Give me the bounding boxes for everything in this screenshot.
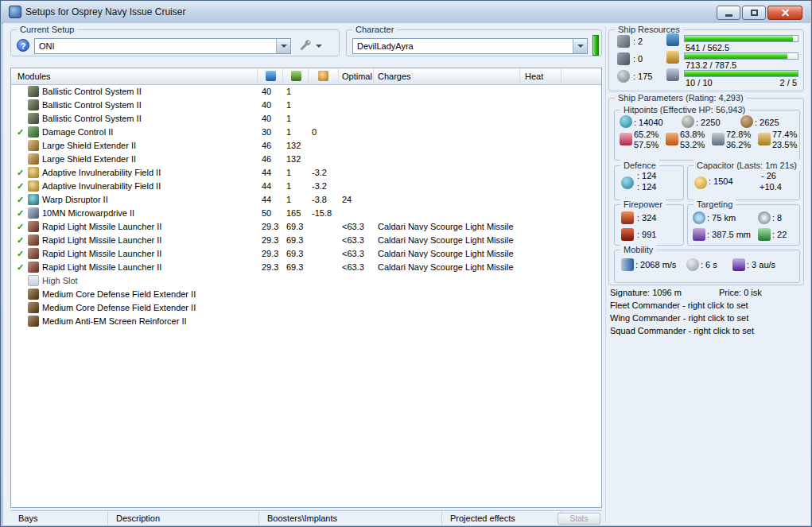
column-charges[interactable]: Charges: [374, 68, 520, 84]
rig-module-icon: [28, 289, 39, 300]
close-button[interactable]: [767, 6, 802, 20]
align-time-value: : 6 s: [701, 260, 717, 270]
em-resist: 65.2%57.5%: [620, 130, 666, 152]
warp-speed-value: : 3 au/s: [747, 260, 775, 270]
fleet-commander-setter[interactable]: Fleet Commander - right click to set: [610, 300, 748, 311]
kinetic-resist-icon: [712, 133, 725, 145]
tab-boosters-implants[interactable]: Boosters\Implants: [259, 511, 442, 526]
column-optimal[interactable]: Optimal: [339, 68, 374, 84]
launcher-module-icon: [28, 221, 39, 232]
sensor-strength-icon: [758, 228, 771, 241]
armor-resist-value: 23.5%: [772, 140, 797, 150]
setup-menu-button[interactable]: [300, 40, 322, 52]
module-cpu-value: 40: [262, 112, 271, 126]
module-cpu-value: 40: [262, 85, 271, 99]
powergrid-icon: [666, 51, 679, 64]
module-powergrid-value: 132: [286, 139, 301, 153]
active-check-icon: ✓: [17, 262, 24, 273]
module-row[interactable]: ✓Rapid Light Missile Launcher II29.369.3…: [11, 220, 601, 234]
character-label: Character: [352, 24, 397, 35]
cpu-icon: [666, 33, 679, 46]
module-row[interactable]: ✓Rapid Light Missile Launcher II29.369.3…: [11, 261, 601, 274]
module-row[interactable]: Ballistic Control System II401: [11, 99, 601, 112]
module-row[interactable]: High Slot: [11, 274, 601, 288]
module-name: Large Shield Extender II: [42, 139, 136, 153]
tab-bays[interactable]: Bays: [10, 511, 108, 526]
module-name: Rapid Light Missile Launcher II: [42, 247, 161, 261]
module-name: Large Shield Extender II: [42, 153, 136, 166]
firepower-label: Firepower: [620, 199, 666, 210]
module-powergrid-value: 69.3: [286, 261, 303, 274]
module-name: Rapid Light Missile Launcher II: [42, 234, 161, 247]
chevron-down-icon: [316, 45, 322, 48]
module-row[interactable]: ✓Damage Control II3010: [11, 126, 601, 139]
module-powergrid-value: 165: [286, 207, 301, 220]
invuln-module-icon: [28, 180, 39, 192]
module-powergrid-value: 1: [286, 180, 291, 193]
module-name: Damage Control II: [42, 126, 113, 139]
hitpoints-group: Hitpoints (Effective HP: 56,943) : 14040…: [614, 110, 800, 161]
module-row[interactable]: Large Shield Extender II46132: [11, 153, 601, 166]
module-row[interactable]: Ballistic Control System II401: [11, 112, 601, 126]
module-row[interactable]: ✓Adaptive Invulnerability Field II441-3.…: [11, 180, 601, 193]
character-select-arrow-button[interactable]: [573, 39, 587, 53]
thermal-resist: 63.8%53.2%: [666, 130, 712, 152]
module-row[interactable]: ✓Warp Disruptor II441-3.824: [11, 193, 601, 207]
module-row[interactable]: ✓Rapid Light Missile Launcher II29.369.3…: [11, 234, 601, 247]
tab-projected-effects[interactable]: Projected effects: [442, 511, 561, 526]
module-optimal-value: <63.3: [342, 261, 364, 274]
setup-select[interactable]: ONI: [34, 38, 291, 54]
warp-speed-icon: [732, 258, 745, 271]
app-icon: [9, 6, 21, 18]
module-cpu-value: 29.3: [262, 247, 278, 261]
armor-resist-value: 57.5%: [634, 140, 659, 150]
scan-resolution-value: : 387.5 mm: [707, 230, 751, 240]
cpu-bar: [684, 35, 798, 42]
module-row[interactable]: Medium Core Defense Field Extender II: [11, 288, 601, 301]
column-heat[interactable]: Heat: [520, 68, 561, 84]
active-check-icon: ✓: [17, 167, 24, 179]
character-select-value: DevilLadyAyra: [357, 41, 414, 51]
module-name: 10MN Microwarpdrive II: [42, 207, 134, 220]
module-powergrid-value: 1: [286, 166, 291, 180]
character-select[interactable]: DevilLadyAyra: [352, 38, 588, 54]
module-row[interactable]: Large Shield Extender II46132: [11, 139, 601, 153]
shield-resist-value: 63.8%: [680, 130, 705, 140]
cpu-bar-fill: [685, 36, 793, 41]
maximize-button[interactable]: [742, 6, 766, 20]
wing-commander-setter[interactable]: Wing Commander - right click to set: [610, 313, 748, 324]
chevron-down-icon: [577, 45, 584, 48]
targeting-range-value: : 75 km: [707, 213, 736, 223]
modules-table-header[interactable]: Modules Optimal Charges Heat: [11, 68, 601, 85]
minimize-button[interactable]: [717, 6, 740, 20]
module-charge-value: Caldari Navy Scourge Light Missile: [378, 220, 514, 234]
module-cpu-value: 29.3: [262, 220, 278, 234]
module-row[interactable]: Medium Core Defense Field Extender II: [11, 301, 601, 315]
tab-label: Description: [116, 513, 160, 523]
setup-select-arrow-button[interactable]: [276, 39, 290, 53]
module-row[interactable]: Medium Anti-EM Screen Reinforcer II: [11, 315, 601, 328]
bottom-tabstrip: Bays Description Boosters\Implants Proje…: [10, 510, 602, 526]
armor-hp-value: : 2250: [696, 118, 721, 128]
module-cap-value: -15.8: [312, 207, 332, 220]
module-row[interactable]: Ballistic Control System II401: [11, 85, 601, 99]
max-targets-icon: [758, 211, 771, 224]
module-row[interactable]: ✓Adaptive Invulnerability Field II441-3.…: [11, 166, 601, 180]
tab-description[interactable]: Description: [108, 511, 259, 526]
module-cpu-value: 44: [262, 180, 271, 193]
module-row[interactable]: ✓Rapid Light Missile Launcher II29.369.3…: [11, 247, 601, 261]
tab-label: Boosters\Implants: [267, 513, 337, 523]
module-powergrid-value: 132: [286, 153, 301, 166]
module-cap-value: 0: [312, 126, 317, 139]
dc-module-icon: [28, 126, 39, 138]
title-bar[interactable]: Setups for Osprey Navy Issue Cruiser: [2, 1, 810, 24]
armor-resist-value: 53.2%: [680, 140, 705, 150]
column-modules[interactable]: Modules: [11, 68, 258, 84]
module-row[interactable]: ✓10MN Microwarpdrive II50165-15.8: [11, 207, 601, 220]
calibration-value: : 175: [633, 72, 652, 82]
stats-button[interactable]: Stats: [558, 513, 600, 525]
help-icon[interactable]: ?: [17, 39, 29, 52]
app-window: Setups for Osprey Navy Issue Cruiser Cur…: [0, 0, 812, 527]
module-cpu-value: 29.3: [262, 261, 278, 274]
squad-commander-setter[interactable]: Squad Commander - right click to set: [610, 326, 754, 336]
